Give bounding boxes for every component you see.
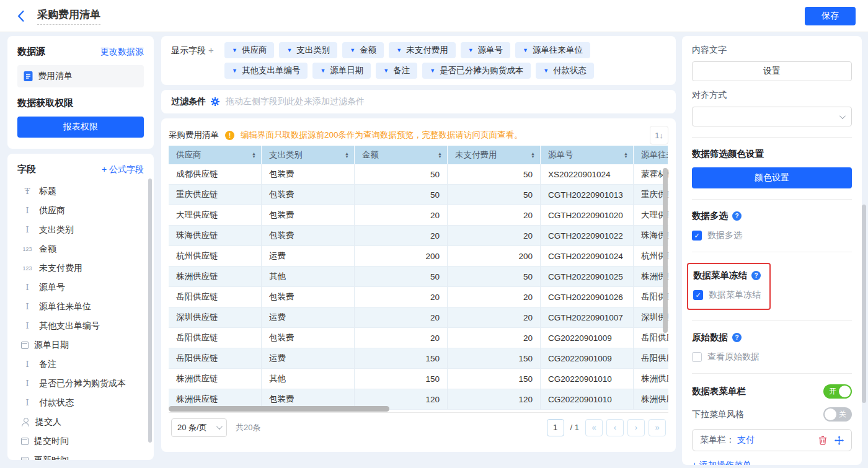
color-settings-button[interactable]: 颜色设置 [692,167,852,188]
column-header[interactable]: 支出类别▲▼ [262,146,355,164]
field-item-label: 金额 [39,244,56,255]
display-field-chip[interactable]: ▼付款状态 [536,63,594,79]
sort-icon[interactable]: ▲▼ [438,152,442,158]
table-row[interactable]: 成都供应链包装费5050XS20220901024蒙霍材料 [169,164,668,185]
table-row[interactable]: 株洲供应链其他150150CG20220901010株洲供应链 [169,369,668,389]
field-item[interactable]: 标题 [17,182,144,201]
add-formula-field-link[interactable]: + 公式字段 [102,164,144,175]
column-header[interactable]: 金额▲▼ [355,146,448,164]
field-item[interactable]: 备注 [17,355,144,374]
plus-icon: + [102,164,109,174]
field-item[interactable]: 其他支出单编号 [17,316,144,335]
text-icon [21,206,33,215]
table-row[interactable]: 重庆供应链包装费5050CGTH20220901013重庆供应链 [169,185,668,205]
table-cell: 50 [448,164,541,185]
table-cell: 20 [448,328,541,348]
multiselect-checkbox[interactable]: ✓ [692,231,702,241]
table-row[interactable]: 深圳供应链运费2020CGTH20220901007深圳供应链 [169,307,668,328]
sort-icon[interactable]: ▲▼ [345,152,349,158]
trash-icon[interactable] [818,436,827,445]
page-scrollbar[interactable] [862,205,866,403]
display-field-chip[interactable]: ▼源单号 [461,42,510,58]
chip-label: 其他支出单编号 [242,65,301,76]
next-page-button[interactable]: › [627,419,645,436]
table-row[interactable]: 岳阳供应链包装费2020CG20220901009岳阳供应链 [169,328,668,348]
help-icon[interactable]: ? [732,333,742,342]
dropdown-style-toggle[interactable]: 关 [823,407,852,422]
column-header[interactable]: 源单号▲▼ [541,146,634,164]
add-action-menu-link[interactable]: + 添加操作菜单 [692,460,852,465]
display-field-chip[interactable]: ▼未支付费用 [389,42,455,58]
table-horizontal-scrollbar[interactable] [169,406,389,412]
column-header[interactable]: 未支付费用▲▼ [448,146,541,164]
field-item[interactable]: 支出类别 [17,220,144,239]
sort-icon[interactable]: ▲▼ [624,152,628,158]
gear-icon[interactable] [211,97,219,106]
field-item[interactable]: 源单往来单位 [17,297,144,316]
report-permission-button[interactable]: 报表权限 [17,117,144,138]
first-page-button[interactable]: « [585,419,603,436]
menu-item[interactable]: 菜单栏： 支付 [692,429,852,451]
display-field-chip[interactable]: ▼供应商 [224,42,274,58]
align-select[interactable] [692,107,852,126]
freeze-checkbox[interactable]: ✓ [693,290,703,300]
prev-page-button[interactable]: ‹ [606,419,624,436]
change-datasource-link[interactable]: 更改数据源 [100,46,144,58]
table-cell: 120 [448,389,541,410]
field-item[interactable]: 更新时间 [17,451,144,460]
field-item-label: 标题 [39,186,56,197]
sort-icon[interactable]: ▲▼ [252,152,256,158]
display-field-chip[interactable]: ▼备注 [376,63,417,79]
align-label: 对齐方式 [692,90,852,101]
column-header[interactable]: 供应商▲▼ [169,146,262,164]
display-field-chip[interactable]: ▼源单往来单位 [515,42,590,58]
raw-data-checkbox[interactable] [692,352,702,362]
back-icon[interactable] [12,8,29,24]
display-field-chip[interactable]: ▼其他支出单编号 [224,63,308,79]
fields-scrollbar[interactable] [148,179,152,443]
datasource-item[interactable]: 费用清单 [17,65,144,87]
display-field-chip[interactable]: ▼是否已分摊为购货成本 [422,63,531,79]
field-item-label: 供应商 [39,205,65,216]
field-item[interactable]: 提交时间 [17,431,144,451]
sort-icon[interactable]: ▲▼ [531,152,535,158]
field-item[interactable]: 未支付费用 [17,258,144,278]
raw-data-title: 原始数据 [692,332,728,343]
datasource-item-label: 费用清单 [38,71,73,82]
move-icon[interactable] [835,436,844,445]
table-row[interactable]: 大理供应链包装费2020CGTH20220901020大理供应链 [169,205,668,226]
table-cell: 包装费 [262,226,355,246]
table-cell: 20 [448,287,541,307]
display-field-chip[interactable]: ▼金额 [342,42,384,58]
save-button[interactable]: 保存 [805,7,856,25]
field-item[interactable]: 源单号 [17,278,144,297]
field-item[interactable]: 源单日期 [17,335,144,355]
help-icon[interactable]: ? [732,211,742,221]
table-cell: 其他 [262,369,355,389]
table-row[interactable]: 株洲供应链其他5050CGTH20220901025株洲供应链 [169,267,668,287]
display-field-chip[interactable]: ▼源单日期 [312,63,371,79]
number-icon [21,246,33,252]
column-header[interactable]: 源单往来单位 [634,146,668,164]
field-item[interactable]: 提交人 [17,412,144,431]
text-icon [21,283,33,292]
content-text-settings-button[interactable]: 设置 [692,61,852,81]
text-icon [21,302,33,311]
table-vertical-scrollbar[interactable] [663,168,668,333]
sort-order-icon[interactable]: 1↓ [650,126,668,144]
help-icon[interactable]: ? [751,271,761,280]
field-item[interactable]: 金额 [17,239,144,258]
last-page-button[interactable]: » [649,419,666,436]
field-item[interactable]: 供应商 [17,201,144,220]
add-display-field-icon[interactable]: + [208,45,214,55]
page-size-select[interactable]: 20 条/页 [171,418,227,437]
display-field-chip[interactable]: ▼支出类别 [279,42,337,58]
page-number-input[interactable]: 1 [547,419,564,436]
menubar-toggle[interactable]: 开 [823,384,852,399]
table-row[interactable]: 杭州供应链运费200200CGTH20220901024杭州供应链 [169,246,668,267]
table-row[interactable]: 岳阳供应链运费150150CG20220901009岳阳供应链 [169,348,668,369]
table-row[interactable]: 珠海供应链包装费2020CGTH20220901022珠海供应链 [169,226,668,246]
table-row[interactable]: 岳阳供应链包装费2020CGTH20220901026岳阳供应链 [169,287,668,307]
field-item[interactable]: 是否已分摊为购货成本 [17,374,144,393]
field-item[interactable]: 付款状态 [17,393,144,412]
